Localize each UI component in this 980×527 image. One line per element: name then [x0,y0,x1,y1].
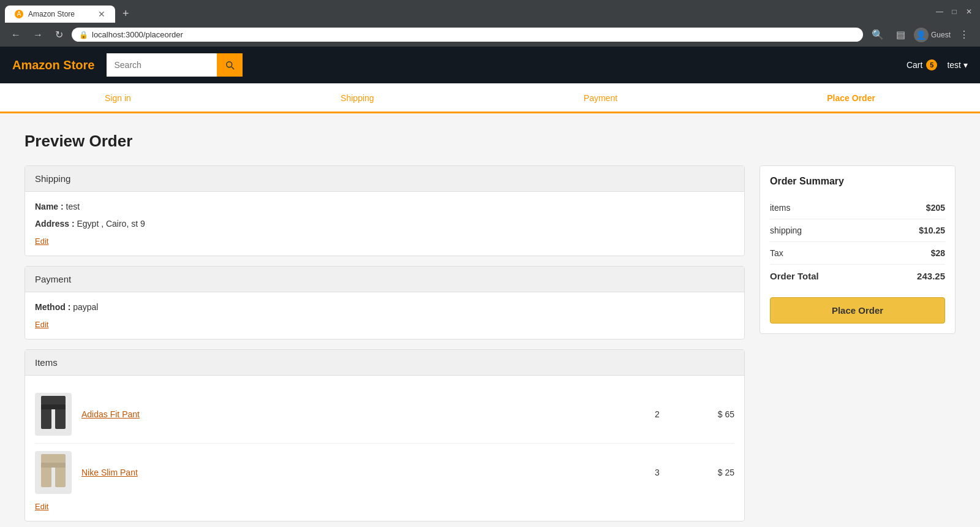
svg-rect-0 [41,396,66,405]
progress-step-signin[interactable]: Sign in [105,93,131,112]
summary-total-label: Order Total [770,271,819,281]
item-row: Adidas Fit Pant 2 $ 65 [35,385,734,444]
search-input[interactable] [107,53,217,77]
guest-label: Guest [931,31,951,39]
user-name: test [947,60,961,70]
order-summary-card: Order Summary items $205 shipping $10.25… [760,165,956,334]
summary-tax-value: $28 [931,248,945,258]
shipping-edit-link[interactable]: Edit [35,237,48,246]
summary-items-row: items $205 [770,197,945,219]
svg-rect-4 [41,454,66,463]
item-price-1: $ 65 [685,409,734,419]
progress-step-payment[interactable]: Payment [584,93,617,112]
maximize-button[interactable]: □ [948,6,960,18]
close-button[interactable]: ✕ [963,6,975,18]
item-image-2 [35,451,72,494]
summary-tax-row: Tax $28 [770,242,945,265]
place-order-button[interactable]: Place Order [770,297,945,324]
forward-button[interactable]: → [29,27,47,43]
item-image-1 [35,393,72,436]
header-right: Cart 5 test ▾ [907,59,968,70]
shipping-name-row: Name : test [35,202,734,211]
summary-tax-label: Tax [770,248,783,258]
cart-badge: 5 [926,59,937,70]
payment-card-body: Method : paypal Edit [25,292,744,339]
shipping-card-header: Shipping [25,166,744,192]
cart-label: Cart [907,60,922,70]
shipping-card: Shipping Name : test Address : Egypt , C… [24,165,745,256]
window-controls: — □ ✕ [933,6,980,18]
order-summary-title: Order Summary [770,176,945,187]
item-qty-1: 2 [639,409,676,419]
summary-items-value: $205 [926,203,945,213]
toolbar-right: 🔍 ▤ 👤 Guest ⋮ [868,26,973,43]
lock-icon: 🔒 [79,31,88,39]
summary-total-value: 243.25 [917,271,945,281]
app-logo[interactable]: Amazon Store [12,58,94,72]
tab-favicon: A [15,10,23,18]
address-value: Egypt , Cairo, st 9 [77,219,145,229]
left-column: Shipping Name : test Address : Egypt , C… [24,165,745,521]
browser-tabs-bar: A Amazon Store ✕ + — □ ✕ [0,0,980,23]
guest-account-button[interactable]: 👤 Guest [914,28,951,42]
payment-card: Payment Method : paypal Edit [24,266,745,339]
item-price-2: $ 25 [685,468,734,477]
back-button[interactable]: ← [7,27,24,43]
name-value: test [66,202,80,211]
summary-shipping-label: shipping [770,226,802,235]
payment-edit-link[interactable]: Edit [35,320,48,329]
browser-window: A Amazon Store ✕ + — □ ✕ ← → ↻ 🔒 localho… [0,0,980,47]
dark-pants-icon [38,396,69,433]
minimize-button[interactable]: — [933,6,946,18]
browser-toolbar: ← → ↻ 🔒 localhost:3000/placeorder 🔍 ▤ 👤 … [0,23,980,47]
summary-shipping-row: shipping $10.25 [770,219,945,242]
search-button[interactable] [217,53,243,77]
tab-close-button[interactable]: ✕ [98,9,105,19]
search-bar-container [107,53,241,77]
shipping-address-row: Address : Egypt , Cairo, st 9 [35,219,734,229]
app-header: Amazon Store Cart 5 test ▾ [0,47,980,83]
items-card: Items Adidas Fit Pant [24,349,745,521]
main-content: Preview Order Shipping Name : test Addre… [0,113,980,527]
user-menu[interactable]: test ▾ [947,60,968,70]
search-icon [224,59,235,70]
progress-step-shipping[interactable]: Shipping [341,93,374,112]
new-tab-button[interactable]: + [118,5,134,23]
tab-title: Amazon Store [28,10,75,18]
address-label: Address : [35,219,75,229]
item-qty-2: 3 [639,468,676,477]
summary-total-row: Order Total 243.25 [770,265,945,287]
cart-link[interactable]: Cart 5 [907,59,937,70]
right-column: Order Summary items $205 shipping $10.25… [760,165,956,334]
item-row: Nike Slim Pant 3 $ 25 [35,444,734,501]
content-layout: Shipping Name : test Address : Egypt , C… [24,165,956,521]
method-label: Method : [35,302,70,312]
light-pants-icon [38,454,69,491]
payment-method-row: Method : paypal [35,302,734,312]
more-options-button[interactable]: ⋮ [956,26,973,43]
chevron-down-icon: ▾ [963,60,968,70]
progress-step-placeorder[interactable]: Place Order [827,93,875,112]
name-label: Name : [35,202,64,211]
summary-shipping-value: $10.25 [919,226,945,235]
items-card-header: Items [25,350,744,376]
guest-avatar: 👤 [914,28,929,42]
refresh-button[interactable]: ↻ [51,26,67,43]
svg-rect-3 [41,404,66,409]
item-name-2[interactable]: Nike Slim Pant [81,468,629,477]
address-bar[interactable]: 🔒 localhost:3000/placeorder [72,28,863,42]
search-icon-button[interactable]: 🔍 [868,26,888,43]
progress-nav: Sign in Shipping Payment Place Order [0,83,980,113]
active-tab[interactable]: A Amazon Store ✕ [5,6,115,23]
sidebar-button[interactable]: ▤ [892,26,909,43]
payment-card-header: Payment [25,267,744,292]
svg-rect-7 [41,463,66,468]
items-edit-link[interactable]: Edit [35,502,48,511]
tabs-container: A Amazon Store ✕ + [0,0,139,23]
item-name-1[interactable]: Adidas Fit Pant [81,409,629,419]
page-title: Preview Order [24,132,956,151]
items-card-body: Adidas Fit Pant 2 $ 65 [25,376,744,521]
method-value: paypal [73,302,98,312]
summary-items-label: items [770,203,790,213]
shipping-card-body: Name : test Address : Egypt , Cairo, st … [25,192,744,256]
